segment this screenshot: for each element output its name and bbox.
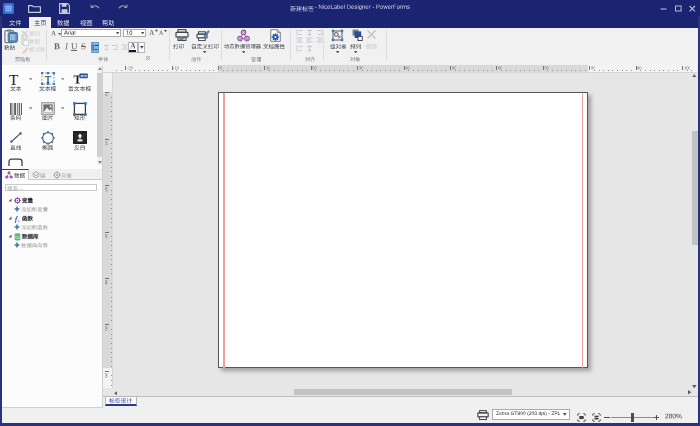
svg-text:T: T: [9, 72, 18, 86]
svg-text:T: T: [44, 74, 51, 85]
